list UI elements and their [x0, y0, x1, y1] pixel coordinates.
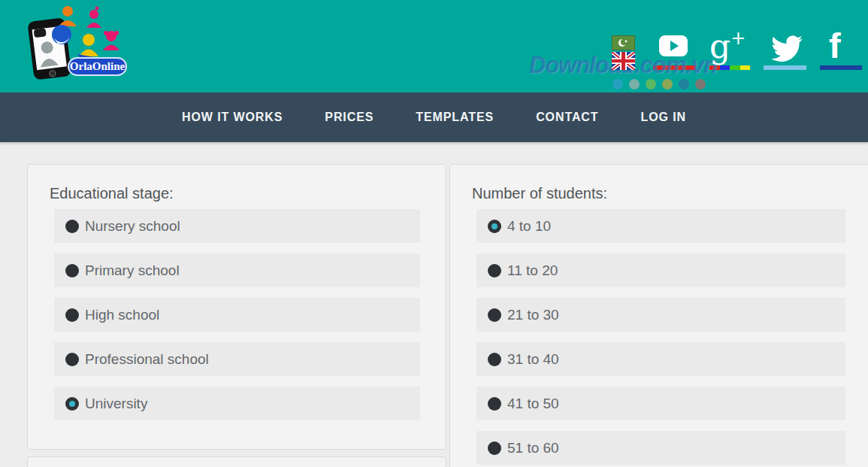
youtube-icon[interactable]	[659, 35, 688, 56]
googleplus-underline	[709, 65, 750, 70]
radio-option-41-to-50[interactable]: 41 to 50	[476, 387, 845, 420]
radio-icon	[65, 353, 79, 366]
radio-option-11-to-20[interactable]: 11 to 20	[476, 253, 845, 287]
googleplus-plus-glyph: +	[730, 28, 746, 49]
radio-icon	[65, 264, 79, 277]
radio-icon	[65, 220, 79, 233]
main-navigation: HOW IT WORKS PRICES TEMPLATES CONTACT LO…	[0, 92, 868, 142]
youtube-underline	[653, 65, 696, 70]
radio-icon	[488, 220, 501, 233]
radio-option-primary-school[interactable]: Primary school	[54, 253, 420, 287]
twitter-icon[interactable]	[769, 35, 803, 63]
radio-option-university[interactable]: University	[54, 387, 420, 420]
radio-option-high-school[interactable]: High school	[54, 298, 420, 332]
option-label: High school	[85, 307, 159, 323]
nav-item-contact[interactable]: CONTACT	[536, 111, 598, 124]
facebook-icon[interactable]: f	[829, 25, 841, 66]
option-label: 21 to 30	[507, 307, 559, 323]
radio-option-nursery-school[interactable]: Nursery school	[54, 209, 420, 243]
option-label: Primary school	[85, 262, 180, 279]
panel-title: Number of students:	[472, 185, 868, 202]
radio-option-21-to-30[interactable]: 21 to 30	[476, 298, 845, 332]
watermark-dot	[662, 79, 673, 89]
next-panel-partial	[27, 456, 446, 467]
logo-wordmark: OrlaOnline	[68, 57, 127, 76]
googleplus-g-glyph: g	[709, 27, 730, 65]
option-label: Professional school	[85, 351, 209, 368]
panel-title: Educational stage:	[50, 185, 446, 202]
language-flag-uk-icon[interactable]	[612, 52, 635, 70]
radio-icon	[488, 308, 501, 322]
watermark-dots	[612, 79, 706, 89]
radio-option-51-to-60[interactable]: 51 to 60	[476, 431, 845, 465]
radio-icon	[488, 397, 501, 411]
option-label: 41 to 50	[507, 396, 559, 412]
site-header: OrlaOnline Download.com.vn	[0, 0, 868, 92]
nav-item-templates[interactable]: TEMPLATES	[416, 111, 494, 124]
radio-option-professional-school[interactable]: Professional school	[54, 342, 420, 376]
radio-option-4-to-10[interactable]: 4 to 10	[476, 209, 845, 243]
watermark-dot	[646, 79, 656, 89]
nav-item-how-it-works[interactable]: HOW IT WORKS	[182, 111, 283, 124]
facebook-underline	[820, 65, 862, 70]
radio-icon	[65, 308, 79, 322]
nav-item-prices[interactable]: PRICES	[325, 111, 374, 124]
watermark-dot	[679, 79, 689, 89]
radio-option-31-to-40[interactable]: 31 to 40	[476, 342, 845, 376]
option-label: 4 to 10	[507, 218, 551, 235]
radio-icon	[488, 353, 501, 366]
educational-stage-panel: Educational stage: Nursery school Primar…	[27, 164, 446, 450]
radio-icon	[65, 397, 79, 411]
educational-stage-options: Nursery school Primary school High schoo…	[54, 209, 420, 420]
watermark-dot	[629, 79, 640, 89]
watermark-dot	[695, 79, 706, 89]
number-of-students-options: 4 to 10 11 to 20 21 to 30 31 to 40 41 to…	[476, 209, 845, 465]
language-flag-crescent-icon[interactable]	[612, 35, 635, 50]
radio-icon	[488, 264, 501, 277]
googleplus-icon[interactable]: g+	[709, 27, 746, 65]
option-label: 11 to 20	[507, 262, 558, 279]
option-label: University	[85, 396, 147, 412]
nav-item-log-in[interactable]: LOG IN	[640, 111, 686, 124]
radio-icon	[488, 441, 501, 455]
option-label: 51 to 60	[507, 440, 559, 456]
option-label: 31 to 40	[507, 351, 559, 368]
number-of-students-panel: Number of students: 4 to 10 11 to 20 21 …	[449, 164, 868, 467]
watermark-dot	[612, 79, 623, 89]
option-label: Nursery school	[85, 218, 180, 235]
twitter-underline	[764, 65, 806, 70]
